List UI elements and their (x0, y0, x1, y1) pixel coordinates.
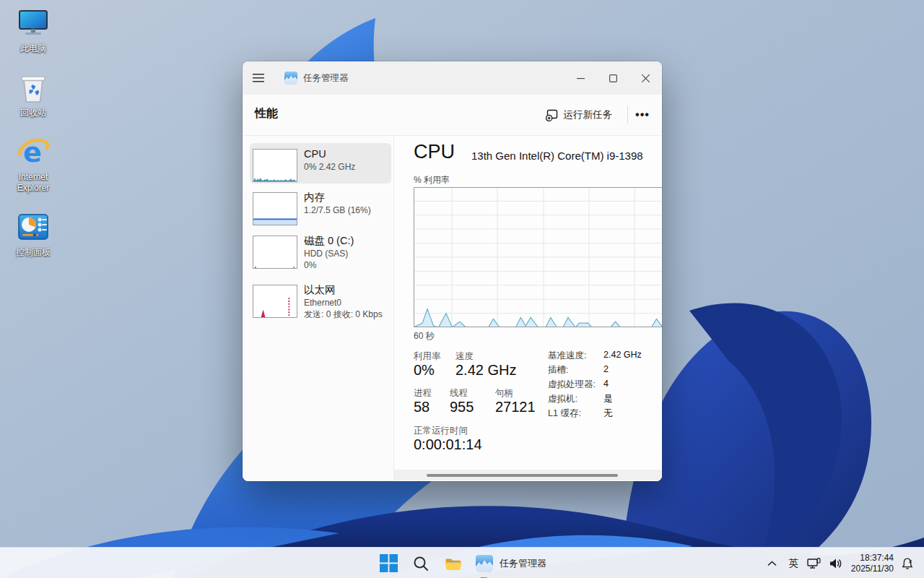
sidebar-item-subtitle: 0% 2.42 GHz (304, 161, 355, 173)
desktop-icon-label: 回收站 (6, 108, 61, 118)
cpu-heading: CPU (414, 141, 455, 163)
chart-caption: % 利用率 (414, 174, 450, 186)
window-controls (565, 61, 662, 95)
notification-center-button[interactable]: z (898, 551, 920, 577)
sidebar-item-cpu[interactable]: CPU 0% 2.42 GHz (250, 143, 391, 184)
run-new-task-label: 运行新任务 (564, 108, 613, 121)
desktop-icon-list: 此电脑 回收站 e Internet Explorer (6, 6, 61, 274)
sidebar-item-title: 内存 (304, 191, 371, 204)
stat-value-threads: 955 (450, 399, 474, 415)
system-tray: 英 18:37:44 2025/11/30 (763, 548, 920, 578)
detail-value-virtual-machine: 是 (603, 393, 613, 405)
input-language-indicator[interactable]: 英 (784, 551, 803, 577)
sidebar-item-title: CPU (304, 147, 355, 161)
volume-button[interactable] (825, 551, 847, 577)
hamburger-menu-button[interactable] (243, 61, 274, 95)
cpu-mini-chart (253, 149, 297, 182)
sidebar-item-ethernet[interactable]: 以太网 Ethernet0 发送: 0 接收: 0 Kbps (250, 279, 391, 325)
detail-label-sockets: 插槽: (548, 364, 568, 376)
desktop-icon-label: 此电脑 (6, 43, 61, 54)
performance-content: CPU 0% 2.42 GHz 内存 1.2/7.5 GB (16%) (243, 135, 662, 481)
horizontal-scrollbar[interactable] (394, 470, 662, 480)
stat-label-handles: 句柄 (495, 387, 513, 400)
search-button[interactable] (406, 551, 435, 577)
stat-label-uptime: 正常运行时间 (414, 425, 468, 437)
network-icon (807, 558, 821, 569)
stat-value-uptime: 0:00:01:14 (414, 436, 482, 453)
page-title: 性能 (255, 106, 278, 121)
search-icon (413, 556, 429, 571)
task-manager-window: 任务管理器 性能 运行新任务 (243, 61, 662, 481)
command-bar: 性能 运行新任务 ••• (243, 95, 662, 135)
chart-x-axis-label: 60 秒 (414, 330, 435, 342)
detail-label-base-speed: 基准速度: (548, 350, 586, 362)
desktop-icon-label: 控制面板 (6, 247, 61, 258)
notification-bell-icon: z (901, 557, 914, 570)
desktop-icon-this-pc[interactable]: 此电脑 (6, 6, 61, 54)
sidebar-item-subtitle: Ethernet0 (304, 297, 383, 309)
stat-label-speed: 速度 (456, 350, 474, 363)
maximize-icon (609, 74, 617, 82)
taskbar: 任务管理器 英 (0, 547, 924, 578)
detail-label-virtual-machine: 虚拟机: (548, 393, 578, 405)
stat-value-speed: 2.42 GHz (456, 362, 516, 379)
sidebar-item-memory[interactable]: 内存 1.2/7.5 GB (16%) (250, 186, 391, 227)
command-bar-divider (627, 106, 628, 124)
tray-chevron-button[interactable] (763, 551, 781, 577)
internet-explorer-icon: e (16, 134, 51, 169)
start-button[interactable] (374, 551, 403, 577)
desktop-icon-control-panel[interactable]: 控制面板 (6, 210, 61, 258)
cpu-utilization-chart (414, 187, 662, 327)
file-explorer-button[interactable] (439, 551, 468, 577)
scrollbar-thumb[interactable] (427, 474, 618, 477)
sidebar-item-subtitle: 1.2/7.5 GB (16%) (304, 204, 371, 216)
maximize-button[interactable] (597, 61, 629, 95)
ethernet-mini-chart (253, 285, 297, 318)
stat-value-handles: 27121 (495, 399, 536, 415)
stat-label-utilization: 利用率 (414, 350, 441, 363)
chevron-up-icon (767, 561, 777, 566)
recycle-bin-icon (16, 70, 51, 105)
tray-date: 2025/11/30 (851, 564, 894, 574)
sidebar-item-disk[interactable]: 磁盘 0 (C:) HDD (SAS) 0% (250, 230, 391, 276)
sidebar-item-subtitle2: 发送: 0 接收: 0 Kbps (304, 309, 383, 320)
detail-value-sockets: 2 (603, 364, 609, 374)
svg-text:z: z (909, 558, 912, 564)
stat-value-utilization: 0% (414, 362, 435, 379)
run-new-task-icon (546, 109, 558, 121)
this-pc-icon (16, 6, 51, 40)
desktop-icon-internet-explorer[interactable]: e Internet Explorer (6, 134, 61, 194)
titlebar: 任务管理器 (243, 61, 662, 95)
detail-label-virtual-processors: 虚拟处理器: (548, 379, 596, 391)
taskbar-center-group: 任务管理器 (374, 548, 551, 578)
sidebar-item-title: 磁盘 0 (C:) (304, 234, 354, 248)
hamburger-icon (253, 74, 264, 82)
file-explorer-icon (444, 554, 463, 573)
network-button[interactable] (803, 551, 825, 577)
detail-value-base-speed: 2.42 GHz (603, 350, 642, 360)
tray-time: 18:37:44 (851, 553, 894, 564)
stat-label-processes: 进程 (414, 387, 432, 400)
disk-mini-chart (253, 236, 297, 269)
taskbar-task-manager-label: 任务管理器 (500, 557, 546, 570)
more-options-button[interactable]: ••• (632, 103, 653, 126)
taskbar-clock[interactable]: 18:37:44 2025/11/30 (847, 553, 898, 574)
minimize-button[interactable] (565, 61, 597, 95)
minimize-icon (577, 74, 585, 82)
close-icon (642, 74, 650, 82)
desktop-icon-recycle-bin[interactable]: 回收站 (6, 70, 61, 118)
sidebar-item-subtitle: HDD (SAS) (304, 248, 354, 259)
taskbar-task-manager-button[interactable]: 任务管理器 (471, 551, 551, 577)
window-title: 任务管理器 (303, 72, 349, 85)
memory-mini-chart (253, 192, 297, 225)
cpu-model-name: 13th Gen Intel(R) Core(TM) i9-1398 (471, 150, 662, 162)
desktop-icon-label: Internet Explorer (6, 172, 61, 194)
control-panel-icon (16, 210, 51, 244)
close-button[interactable] (629, 61, 662, 95)
speaker-icon (829, 558, 842, 569)
cpu-detail-panel: CPU 13th Gen Intel(R) Core(TM) i9-1398 %… (393, 136, 662, 481)
stat-label-threads: 线程 (450, 387, 468, 400)
desktop: 此电脑 回收站 e Internet Explorer (0, 0, 924, 578)
taskbar-task-manager-icon (476, 555, 493, 572)
run-new-task-button[interactable]: 运行新任务 (537, 103, 622, 126)
